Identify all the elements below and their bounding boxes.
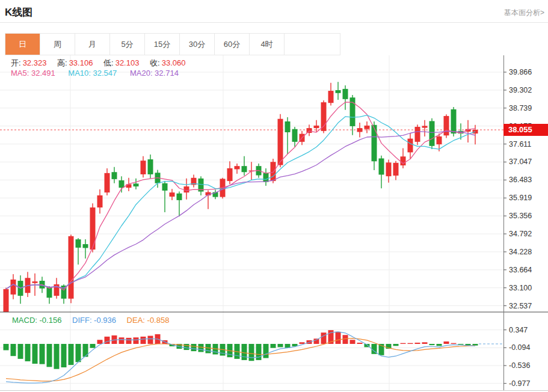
candle-body bbox=[328, 91, 334, 103]
low-value: 32.103 bbox=[115, 58, 140, 67]
candle-body bbox=[112, 172, 117, 179]
macd-bar bbox=[451, 343, 457, 344]
y-axis-label: 0.347 bbox=[509, 326, 528, 334]
macd-bar bbox=[25, 344, 31, 361]
macd-bar bbox=[437, 344, 442, 346]
low-label: 低: bbox=[103, 58, 114, 67]
macd-bar bbox=[199, 344, 204, 352]
candle-body bbox=[336, 90, 341, 93]
ma10-line bbox=[6, 115, 475, 289]
close-value: 33.060 bbox=[162, 58, 186, 67]
macd-panel bbox=[4, 330, 504, 383]
gridlines bbox=[0, 55, 503, 390]
macd-bar bbox=[69, 344, 74, 365]
y-axis-label: 32.537 bbox=[509, 302, 532, 310]
macd-info-row: MACD: -0.156 DIFF: -0.936 DEA: -0.858 bbox=[12, 316, 169, 325]
tab-15min[interactable]: 15分 bbox=[145, 34, 180, 55]
ma10-value: MA10: 32.547 bbox=[68, 69, 117, 78]
candle-body bbox=[162, 183, 168, 191]
macd-bar bbox=[32, 344, 38, 364]
candle-body bbox=[451, 109, 457, 133]
macd-bar bbox=[90, 344, 96, 348]
macd-bar bbox=[141, 337, 146, 344]
macd-bar bbox=[18, 344, 23, 359]
candle-body bbox=[134, 183, 139, 186]
macd-bar bbox=[444, 341, 449, 344]
macd-bar bbox=[314, 338, 319, 344]
candle-body bbox=[242, 166, 247, 172]
y-axis-label: 37.611 bbox=[509, 140, 531, 149]
macd-bar bbox=[119, 337, 125, 344]
candle-body bbox=[285, 121, 291, 132]
fundamental-analysis-link[interactable]: 基本面分析> bbox=[504, 8, 544, 18]
candle-body bbox=[32, 281, 38, 283]
macd-bar bbox=[271, 344, 276, 348]
y-axis-label: 39.866 bbox=[509, 68, 532, 76]
page-title: K线图 bbox=[5, 5, 32, 19]
macd-bar bbox=[263, 344, 269, 358]
ma-info-row: MA5: 32.491 MA10: 32.547 MA20: 32.714 bbox=[11, 69, 179, 78]
macd-bar bbox=[429, 344, 435, 345]
candle-body bbox=[271, 162, 276, 181]
diff-value: DIFF: -0.936 bbox=[72, 316, 116, 325]
macd-bar bbox=[126, 338, 132, 344]
close-label: 收: bbox=[150, 58, 160, 67]
candle-body bbox=[422, 126, 428, 127]
macd-bar bbox=[300, 342, 305, 344]
candle-body bbox=[408, 139, 413, 153]
y-axis-label: 33.100 bbox=[509, 284, 532, 292]
macd-bar bbox=[11, 344, 16, 356]
header: K线图 基本面分析> bbox=[0, 0, 548, 23]
candles bbox=[4, 82, 478, 319]
candle-body bbox=[437, 136, 442, 144]
y-axis-label: 34.792 bbox=[509, 230, 532, 238]
y-axis-label: -0.536 bbox=[509, 361, 530, 370]
macd-bar bbox=[4, 344, 9, 350]
macd-bar bbox=[134, 337, 139, 344]
tab-week[interactable]: 周 bbox=[40, 34, 75, 55]
kline-chart-canvas[interactable]: 39.86639.30238.73938.17537.61137.04736.4… bbox=[0, 55, 548, 392]
macd-bar bbox=[61, 344, 67, 367]
candle-body bbox=[97, 195, 103, 207]
tab-day[interactable]: 日 bbox=[5, 34, 40, 55]
tab-30min[interactable]: 30分 bbox=[180, 34, 215, 55]
tab-60min[interactable]: 60分 bbox=[215, 34, 250, 55]
tab-5min[interactable]: 5分 bbox=[110, 34, 145, 55]
macd-bar bbox=[408, 343, 413, 344]
macd-bar bbox=[40, 344, 45, 364]
candle-body bbox=[235, 166, 240, 169]
macd-bar bbox=[321, 332, 327, 344]
macd-bar bbox=[350, 340, 356, 344]
candle-body bbox=[227, 168, 233, 181]
candle-body bbox=[365, 126, 370, 129]
macd-bar bbox=[466, 344, 471, 345]
ma20-line bbox=[6, 131, 475, 289]
macd-bar bbox=[336, 332, 341, 344]
candle-body bbox=[429, 121, 435, 145]
high-label: 高: bbox=[57, 58, 67, 67]
tab-4hour[interactable]: 4时 bbox=[250, 34, 285, 55]
macd-bar bbox=[242, 344, 247, 360]
tab-month[interactable]: 月 bbox=[75, 34, 110, 55]
chart-area: 39.86639.30238.73938.17537.61137.04736.4… bbox=[0, 55, 548, 392]
candle-body bbox=[393, 163, 399, 176]
candle-body bbox=[350, 97, 356, 126]
candle-body bbox=[379, 158, 384, 174]
y-axis-label: 37.047 bbox=[509, 158, 532, 166]
candle-body bbox=[343, 89, 348, 99]
candle-body bbox=[263, 173, 269, 182]
y-axis-label: -0.977 bbox=[509, 379, 530, 388]
candle-body bbox=[184, 186, 189, 192]
candle-body bbox=[314, 126, 319, 128]
candle-body bbox=[76, 239, 81, 248]
y-axis-labels: 39.86639.30238.73938.17537.61137.04736.4… bbox=[503, 68, 532, 388]
candle-body bbox=[47, 287, 52, 298]
macd-bar bbox=[278, 344, 283, 347]
macd-bar bbox=[97, 340, 103, 344]
interval-tabs: 日 周 月 5分 15分 30分 60分 4时 bbox=[5, 33, 340, 55]
macd-bar bbox=[473, 344, 478, 346]
macd-bar bbox=[54, 344, 60, 369]
candle-body bbox=[177, 194, 182, 200]
candle-body bbox=[307, 128, 312, 133]
macd-bar bbox=[415, 343, 420, 344]
